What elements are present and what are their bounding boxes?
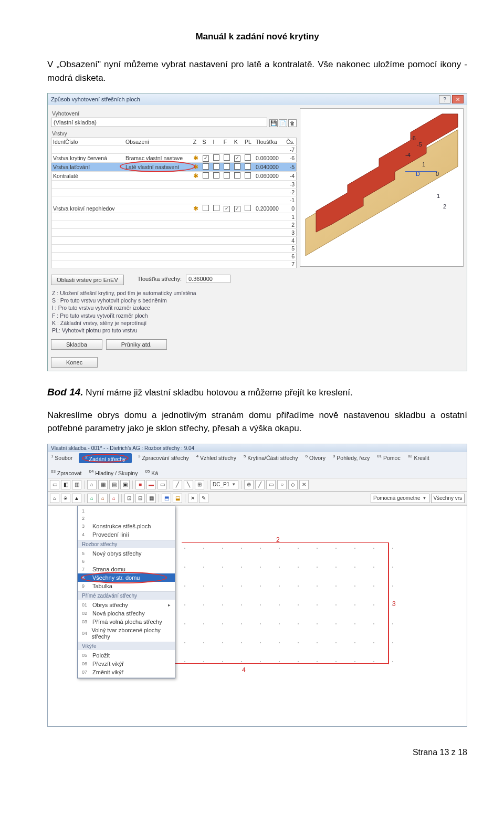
combo-layers[interactable]: Všechny vrs bbox=[431, 494, 465, 503]
toolbar-icons[interactable]: 💾 📄 🗑 bbox=[269, 119, 297, 127]
combo-dcp1[interactable]: DC_P1▼ bbox=[210, 480, 238, 489]
layers-table[interactable]: IdentČíslo Obsazení Z S I F K PL Tloušťk… bbox=[51, 138, 297, 268]
skladba-button[interactable]: Skladba bbox=[51, 339, 102, 350]
circle-icon[interactable]: ○ bbox=[277, 480, 287, 489]
menu-item[interactable]: 05 Ká bbox=[144, 468, 159, 477]
menu-item[interactable]: 5Nový obrys střechy bbox=[78, 549, 175, 558]
tool-icon[interactable]: ▣ bbox=[120, 480, 130, 489]
tool-icon[interactable]: ⌂ bbox=[98, 494, 108, 503]
table-row[interactable]: 5 bbox=[51, 245, 297, 253]
tool-icon[interactable]: ⊟ bbox=[135, 494, 145, 503]
table-row[interactable]: Kontralatě✱0.060000-4 bbox=[51, 172, 297, 181]
tool-icon[interactable]: ✕ bbox=[299, 480, 309, 489]
table-row[interactable]: 4 bbox=[51, 237, 297, 245]
menu-item[interactable]: 9Tabulka bbox=[78, 582, 175, 590]
table-row[interactable]: Vrstva krokví nepohledov✱✓✓0.2000000 bbox=[51, 204, 297, 213]
table-row[interactable]: 7 bbox=[51, 260, 297, 268]
save-as-icon[interactable]: 📄 bbox=[279, 119, 287, 127]
table-row[interactable]: 6 bbox=[51, 253, 297, 260]
tool-icon[interactable]: ⊞ bbox=[195, 480, 204, 489]
menu-item[interactable]: 04 Hladiny / Skupiny bbox=[88, 468, 139, 477]
tool-icon[interactable]: ■ bbox=[135, 480, 145, 489]
table-row[interactable]: 2 bbox=[51, 221, 297, 229]
menu-item[interactable]: 05Položit bbox=[78, 651, 175, 660]
table-row[interactable]: -7 bbox=[51, 146, 297, 154]
tool-icon[interactable]: ▭ bbox=[50, 480, 59, 489]
menu-item[interactable]: 07Změnit vikýř bbox=[78, 668, 175, 676]
legend-k: K : Základní vrstvy, stěny je neprotínaj… bbox=[52, 319, 296, 327]
tool-icon[interactable]: ⛯ bbox=[61, 494, 70, 503]
menu-item[interactable]: 1 bbox=[78, 507, 175, 515]
tool-icon[interactable]: ✕ bbox=[188, 494, 197, 503]
menu-item[interactable]: 4 Vzhled střechy bbox=[195, 453, 237, 464]
menu-item[interactable]: 03Přímá volná plocha střechy bbox=[78, 618, 175, 626]
vyhotoveni-select[interactable]: (Vlastní skladba) bbox=[51, 118, 267, 127]
menu-item[interactable]: 01 Pomoc bbox=[376, 453, 402, 464]
tool-icon[interactable]: ⊕ bbox=[244, 480, 254, 489]
table-row[interactable]: Vrstva krytiny červenáBramac vlastní nas… bbox=[51, 154, 297, 163]
menu-item[interactable]: 5 Krytina/Části střechy bbox=[243, 453, 299, 464]
tool-icon[interactable]: ▦ bbox=[146, 494, 156, 503]
menubar[interactable]: 1 Soubor2 Zadání střechy3 Zpracování stř… bbox=[48, 452, 467, 478]
tool-icon[interactable]: ◇ bbox=[288, 480, 298, 489]
tool-icon[interactable]: ▭ bbox=[158, 480, 167, 489]
tool-icon[interactable]: ╱ bbox=[173, 480, 182, 489]
tool-icon[interactable]: ⌂ bbox=[50, 494, 59, 503]
menu-item[interactable]: 8Všechny str. domu bbox=[78, 573, 175, 582]
tool-icon[interactable]: ╲ bbox=[184, 480, 193, 489]
delete-icon[interactable]: 🗑 bbox=[288, 119, 297, 127]
help-button[interactable]: ? bbox=[439, 95, 450, 103]
menu-item[interactable]: 3 Zpracování střechy bbox=[137, 453, 190, 464]
table-row[interactable]: Vrstva laťováníLatě vlastní nastavení✱0.… bbox=[51, 163, 297, 172]
tool-icon[interactable]: ⬓ bbox=[173, 494, 182, 503]
table-row[interactable]: 3 bbox=[51, 229, 297, 237]
toolbar-row-1[interactable]: ▭ ◧ ▥ ⌂ ▦ ▤ ▣ ■ ▬ ▭ ╱ ╲ ⊞ DC_P1▼ ⊕ ╱ ▭ ○… bbox=[48, 478, 467, 492]
tool-icon[interactable]: ▤ bbox=[109, 480, 119, 489]
disk-icon[interactable]: 💾 bbox=[269, 119, 278, 127]
tool-icon[interactable]: ▥ bbox=[72, 480, 81, 489]
tool-icon[interactable]: ◧ bbox=[61, 480, 70, 489]
svg-marker-0 bbox=[306, 130, 458, 256]
menu-item[interactable]: 3Konstrukce střeš.ploch bbox=[78, 522, 175, 530]
table-row[interactable]: -2 bbox=[51, 189, 297, 196]
drawing-canvas[interactable]: 123Konstrukce střeš.ploch4Provedení lini… bbox=[48, 505, 467, 726]
grid-dot bbox=[241, 642, 242, 643]
tool-icon[interactable]: ▦ bbox=[98, 480, 108, 489]
konec-button[interactable]: Konec bbox=[51, 357, 98, 368]
rect-icon[interactable]: ▭ bbox=[266, 480, 276, 489]
table-row[interactable]: 1 bbox=[51, 213, 297, 221]
menu-item[interactable]: 02 Kreslit bbox=[407, 453, 430, 464]
table-row[interactable]: -1 bbox=[51, 196, 297, 204]
pruniky-button[interactable]: Průniky atd. bbox=[106, 339, 167, 350]
toolbar-row-2[interactable]: ⌂ ⛯ ▲ ⌂ ⌂ ⌂ ⊡ ⊟ ▦ ⬒ ⬓ ✕ ✎ Pomocná geomet… bbox=[48, 492, 467, 505]
grid-dot bbox=[241, 567, 242, 568]
menu-item[interactable]: 06Převzít vikýř bbox=[78, 660, 175, 668]
close-icon[interactable]: ✕ bbox=[452, 95, 464, 103]
menu-item[interactable]: 1 Soubor bbox=[50, 453, 74, 464]
tool-icon[interactable]: ▬ bbox=[146, 480, 156, 489]
menu-item[interactable]: 7Strana domu bbox=[78, 565, 175, 573]
table-row[interactable]: -3 bbox=[51, 181, 297, 189]
grid-dot bbox=[354, 567, 355, 568]
menu-item[interactable]: 2 Zadání střechy bbox=[79, 453, 132, 464]
oblasti-button[interactable]: Oblasti vrstev pro EnEV bbox=[51, 275, 124, 285]
dropdown-zadani-strechy[interactable]: 123Konstrukce střeš.ploch4Provedení lini… bbox=[77, 506, 175, 678]
menu-item[interactable]: 2 bbox=[78, 515, 175, 522]
tool-icon[interactable]: ⌂ bbox=[87, 494, 97, 503]
tool-icon[interactable]: ⌂ bbox=[87, 480, 97, 489]
tool-icon[interactable]: ⌂ bbox=[109, 494, 119, 503]
line-icon[interactable]: ╱ bbox=[255, 480, 265, 489]
menu-item[interactable]: 6 Otvory bbox=[304, 453, 327, 464]
tool-icon[interactable]: ▲ bbox=[72, 494, 81, 503]
menu-item[interactable]: 01Obrys střechy▸ bbox=[78, 601, 175, 609]
menu-item[interactable]: 04Volný tvar zborcené plochy střechy bbox=[78, 626, 175, 641]
menu-item[interactable]: 4Provedení linií bbox=[78, 530, 175, 539]
menu-item[interactable]: 9 Pohledy, řezy bbox=[332, 453, 371, 464]
menu-item[interactable]: 6 bbox=[78, 558, 175, 565]
menu-item[interactable]: 03 Zpracovat bbox=[50, 468, 83, 477]
menu-item[interactable]: 02Nová plocha střechy bbox=[78, 609, 175, 618]
combo-geometry[interactable]: Pomocná geometrie▼ bbox=[371, 494, 429, 503]
tool-icon[interactable]: ⊡ bbox=[124, 494, 134, 503]
tool-icon[interactable]: ⬒ bbox=[162, 494, 171, 503]
tool-icon[interactable]: ✎ bbox=[199, 494, 208, 503]
